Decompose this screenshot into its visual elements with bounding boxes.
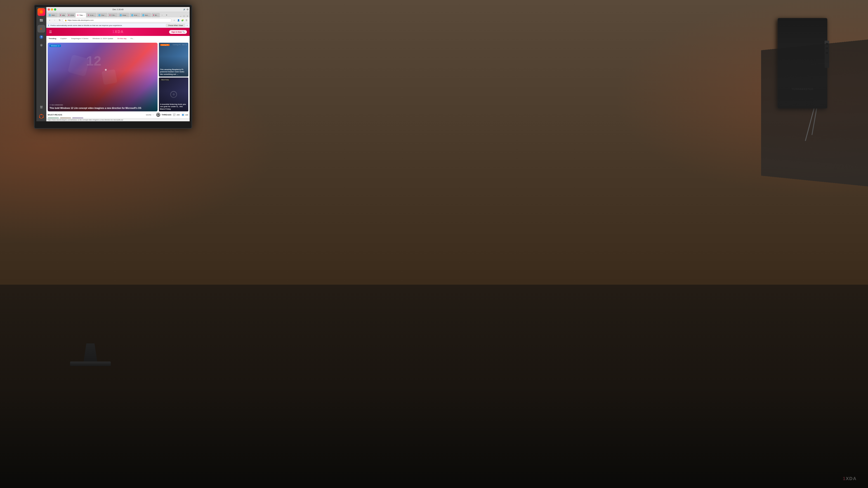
more-arrow-icon: →	[152, 114, 154, 116]
tab-am[interactable]: 🌐 Am…	[141, 13, 151, 18]
status-bar: https://www.xda-developers.com/windows-1…	[46, 118, 190, 121]
tab-close-active[interactable]: ×	[84, 14, 85, 16]
sidebar-icon-help[interactable]: ?	[37, 33, 45, 41]
tab-label-our: Our…	[101, 14, 106, 16]
tab-how[interactable]: 🌐 How…	[118, 13, 129, 18]
notification-text: Firefox automatically sends some data to…	[51, 24, 164, 26]
power-icon: ⏻	[186, 8, 188, 10]
trending-separator-2: ·	[90, 37, 91, 39]
xda-content: ☰ 1XDA Sign In Now 🔍 Trending · Cop	[46, 28, 190, 118]
side-article-blackfriday[interactable]: ⚙ Black Friday 4 essential tinkering too…	[159, 77, 188, 111]
titlebar-controls	[48, 8, 56, 11]
total-threads-stat: 💬 259	[173, 113, 180, 116]
featured-title: This bold Windows 12 Lite concept video …	[50, 107, 156, 109]
tab-favicon-bl: ✕	[153, 14, 154, 16]
tab-xda2[interactable]: ✕ XDA	[67, 13, 75, 18]
desk-area	[0, 285, 868, 488]
xda-logo-text: XDA	[115, 30, 124, 34]
users-stat-icon: 👥	[182, 113, 185, 116]
watermark-text: XDA	[846, 476, 857, 481]
notification-close-button[interactable]: ×	[186, 24, 188, 27]
sidebar-icon-files[interactable]	[37, 17, 45, 24]
choose-data-button[interactable]: Choose What I Share	[166, 24, 185, 27]
bookmark-button[interactable]: ☆	[173, 19, 176, 22]
side-badge-2: Black Friday	[160, 79, 170, 80]
tab-this-active[interactable]: ✕ This ×	[76, 13, 86, 18]
tab-overflow[interactable]: ›	[160, 13, 164, 18]
svg-rect-2	[40, 19, 41, 20]
sign-in-label: Sign In Now	[171, 31, 182, 33]
xda-logo-prefix: 1	[112, 30, 115, 34]
trending-item-copilot[interactable]: Copilot+	[60, 37, 67, 39]
side-article-raspberry[interactable]: Gaming PC · Dec 11 Gaming PC This amazin…	[159, 43, 188, 76]
tab-label-xda2: XDA	[70, 14, 74, 16]
xda-main-content: 12 Windows 12 ✕ XDA WINDOWS This bold Wi…	[46, 41, 190, 113]
tab-favicon-our: 🌐	[98, 14, 101, 16]
tab-favicon-am: 🌐	[142, 14, 145, 16]
sidebar-icon-trash[interactable]	[37, 103, 45, 111]
tab-favicon-5th: ✕	[109, 14, 111, 16]
tab-welcome[interactable]: 🌐 Wel…	[47, 13, 58, 18]
window-minimize-btn[interactable]: –	[180, 15, 182, 18]
tab-xda1[interactable]: ✕ xda	[58, 13, 66, 18]
back-button[interactable]: ‹	[48, 18, 52, 22]
trending-bar: Trending · Copilot+ · Snapdragon X Serie…	[46, 36, 190, 41]
close-button[interactable]	[48, 8, 50, 11]
trending-item-more[interactable]: Fo…	[131, 37, 134, 39]
more-label: MORE	[146, 114, 151, 116]
tab-label-am: Am…	[145, 14, 150, 16]
side-articles: Gaming PC · Dec 11 Gaming PC This amazin…	[159, 43, 188, 111]
tab-label-welcome: Wel…	[52, 14, 57, 16]
account-button[interactable]: 👤	[177, 19, 180, 22]
threads-stat-icon: 💬	[173, 113, 176, 116]
side-badge-1: Gaming PC	[160, 44, 169, 46]
sound-icon: 🔊	[183, 8, 186, 10]
window-restore-btn[interactable]: □	[183, 15, 185, 18]
tab-favicon-xda1: ✕	[60, 14, 61, 16]
trending-item-snapdragon[interactable]: Snapdragon X Series	[71, 37, 88, 39]
total-threads-count: 259	[177, 114, 180, 116]
raspberry-date: Gaming PC · Dec 11	[173, 44, 187, 45]
more-button[interactable]: MORE →	[146, 114, 154, 116]
maximize-button[interactable]	[54, 8, 56, 11]
threads-icon	[156, 113, 160, 117]
minimize-button[interactable]	[51, 8, 53, 11]
sidebar-icon-ubuntu[interactable]	[37, 112, 45, 120]
status-url: https://www.xda-developers.com/windows-1…	[48, 119, 123, 121]
sidebar-icon-firefox[interactable]	[37, 8, 45, 16]
tab-bl[interactable]: ✕ Bl…	[151, 13, 160, 18]
new-tab-button[interactable]: +	[164, 13, 169, 18]
window-close-btn[interactable]: ×	[186, 15, 189, 18]
search-icon: 🔍	[182, 31, 185, 33]
sign-in-button[interactable]: Sign In Now 🔍	[169, 30, 187, 34]
reload-button[interactable]: ↻	[58, 18, 62, 22]
trending-item-onthisday[interactable]: On this day	[117, 37, 126, 39]
extensions-button[interactable]: 🧩	[181, 19, 184, 22]
menu-button[interactable]: ☰	[185, 19, 188, 22]
trending-separator-4: ·	[128, 37, 129, 39]
nav-icons: ☆ 👤 🧩 ☰	[173, 19, 188, 22]
tab-abr[interactable]: 🌐 A br…	[130, 13, 141, 18]
tab-favicon-welcome: 🌐	[49, 14, 51, 16]
featured-article[interactable]: 12 Windows 12 ✕ XDA WINDOWS This bold Wi…	[48, 43, 158, 111]
tab-our[interactable]: 🌐 Our…	[97, 13, 107, 18]
side-title-2: 4 essential tinkering tools you can grab…	[160, 103, 187, 110]
tab-bar: 🌐 Wel… ✕ xda ✕ XDA ✕ This ×	[46, 12, 190, 18]
total-users-count: 226	[185, 114, 188, 116]
chat-icon	[157, 113, 160, 116]
hamburger-menu[interactable]: ☰	[49, 30, 52, 34]
url-bar[interactable]: 🔒 https://www.xda-developers.com	[63, 18, 172, 22]
forward-button[interactable]: ›	[53, 18, 57, 22]
watermark-prefix: 1	[843, 476, 846, 481]
trending-item-win11[interactable]: Windows 11 2024 Update	[92, 37, 113, 39]
sidebar-icon-settings[interactable]	[37, 41, 45, 49]
tab-5th[interactable]: ✕ 5 th…	[108, 13, 118, 18]
titlebar-title: Dec 2 20:40	[113, 8, 124, 11]
tab-4es[interactable]: ✕ 4 es…	[86, 13, 96, 18]
sidebar-icon-software[interactable]: A	[37, 25, 45, 33]
featured-text-area: ✕ XDA WINDOWS This bold Windows 12 Lite …	[48, 102, 158, 111]
svg-text:?: ?	[41, 36, 42, 38]
tab-label-xda1: xda	[62, 14, 65, 16]
xda-logo: 1XDA	[112, 30, 124, 34]
total-users-stat: 👥 226	[182, 113, 188, 116]
